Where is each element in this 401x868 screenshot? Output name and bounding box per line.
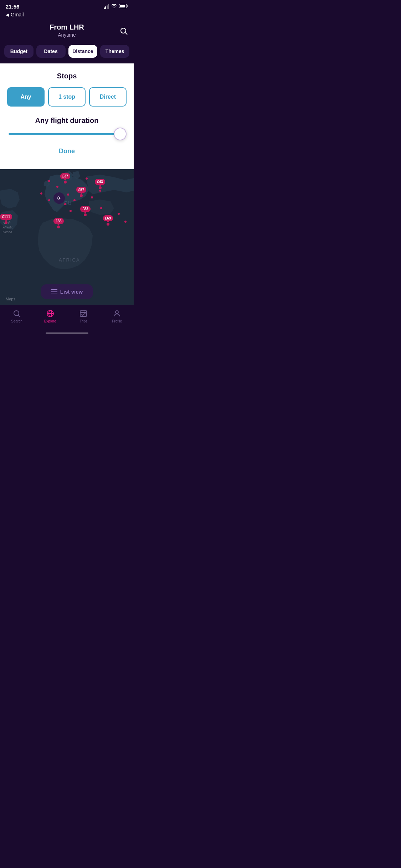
header-subtitle: Anytime xyxy=(18,32,116,38)
stop-direct-button[interactable]: Direct xyxy=(89,87,127,107)
status-time: 21:56 xyxy=(6,4,19,10)
status-icons xyxy=(104,4,128,9)
duration-title: Any flight duration xyxy=(7,117,127,125)
slider-track xyxy=(9,133,125,135)
map-area[interactable]: NorthAtlanticOcean EU AFRICA ✈ £37 £43 £… xyxy=(0,169,134,305)
pin-cluster-5 xyxy=(64,203,66,205)
nav-profile-label: Profile xyxy=(112,319,122,323)
pin-cluster-14 xyxy=(48,199,50,201)
svg-rect-8 xyxy=(51,294,57,294)
nav-trips-label: Trips xyxy=(79,319,87,323)
pin-cluster-11 xyxy=(100,207,102,209)
africa-label: AFRICA xyxy=(59,257,80,263)
pin-cluster-15 xyxy=(40,192,42,195)
svg-line-4 xyxy=(125,32,128,35)
svg-point-9 xyxy=(14,311,19,316)
pin-cluster-7 xyxy=(86,177,88,180)
home-indicator xyxy=(0,330,134,337)
stop-any-button[interactable]: Any xyxy=(7,87,45,107)
bottom-nav: Search Explore Trips Profile xyxy=(0,305,134,330)
svg-rect-1 xyxy=(120,5,125,7)
back-nav[interactable]: ◀ Gmail xyxy=(0,11,134,20)
svg-rect-6 xyxy=(51,289,57,290)
svg-point-16 xyxy=(115,311,118,314)
tab-dates[interactable]: Dates xyxy=(36,45,66,58)
nav-search[interactable]: Search xyxy=(6,309,27,323)
pin-cluster-4 xyxy=(73,199,76,201)
pin-cluster-6 xyxy=(70,210,72,212)
done-button[interactable]: Done xyxy=(7,142,127,161)
stops-title: Stops xyxy=(7,72,127,80)
battery-icon xyxy=(119,4,128,9)
nav-profile[interactable]: Profile xyxy=(106,309,128,323)
stop-one-button[interactable]: 1 stop xyxy=(48,87,86,107)
tab-budget[interactable]: Budget xyxy=(4,45,34,58)
home-bar xyxy=(46,332,88,334)
header-title: From LHR xyxy=(18,23,116,31)
price-pin-57[interactable]: £57 xyxy=(76,187,87,197)
pin-cluster-13 xyxy=(124,221,127,223)
svg-point-3 xyxy=(121,28,126,33)
tab-themes[interactable]: Themes xyxy=(100,45,129,58)
wifi-icon xyxy=(111,4,117,9)
nav-explore[interactable]: Explore xyxy=(40,309,61,323)
filter-panel: Stops Any 1 stop Direct Any flight durat… xyxy=(0,63,134,169)
nav-trips[interactable]: Trips xyxy=(73,309,94,323)
pin-cluster-1 xyxy=(48,180,50,182)
svg-rect-2 xyxy=(127,5,128,7)
location-marker: ✈ xyxy=(53,192,65,204)
filter-tabs: Budget Dates Distance Themes xyxy=(0,43,134,63)
price-pin-37[interactable]: £37 xyxy=(60,173,71,184)
list-view-button[interactable]: List view xyxy=(41,284,93,299)
pin-cluster-10 xyxy=(91,196,93,198)
tab-distance[interactable]: Distance xyxy=(68,45,98,58)
back-arrow-icon: ◀ xyxy=(6,12,9,17)
svg-rect-7 xyxy=(51,291,57,292)
status-bar: 21:56 xyxy=(0,0,134,11)
page-header: From LHR Anytime xyxy=(0,20,134,43)
duration-slider[interactable] xyxy=(7,133,127,135)
svg-line-10 xyxy=(18,315,20,317)
pin-cluster-12 xyxy=(118,213,120,215)
back-label: Gmail xyxy=(11,12,24,17)
price-bubble: £37 xyxy=(60,173,71,179)
price-pin-88[interactable]: £88 xyxy=(53,218,64,228)
stops-buttons: Any 1 stop Direct xyxy=(7,87,127,107)
signal-icon xyxy=(104,4,109,9)
price-pin-83[interactable]: £83 xyxy=(80,206,91,216)
svg-rect-14 xyxy=(80,311,87,316)
search-icon[interactable] xyxy=(119,27,128,37)
price-pin-43[interactable]: £43 xyxy=(95,179,105,189)
pin-cluster-2 xyxy=(56,186,58,188)
price-pin-111[interactable]: £111 xyxy=(0,214,12,224)
price-pin-69[interactable]: £69 xyxy=(103,215,113,226)
nav-search-label: Search xyxy=(11,319,22,323)
slider-thumb[interactable] xyxy=(114,128,127,140)
nav-explore-label: Explore xyxy=(44,319,56,323)
apple-maps-logo: Maps xyxy=(4,297,15,301)
list-view-label: List view xyxy=(60,289,83,295)
pin-cluster-9 xyxy=(99,190,101,192)
maps-label: Maps xyxy=(6,297,15,301)
pin-cluster-3 xyxy=(67,193,69,196)
